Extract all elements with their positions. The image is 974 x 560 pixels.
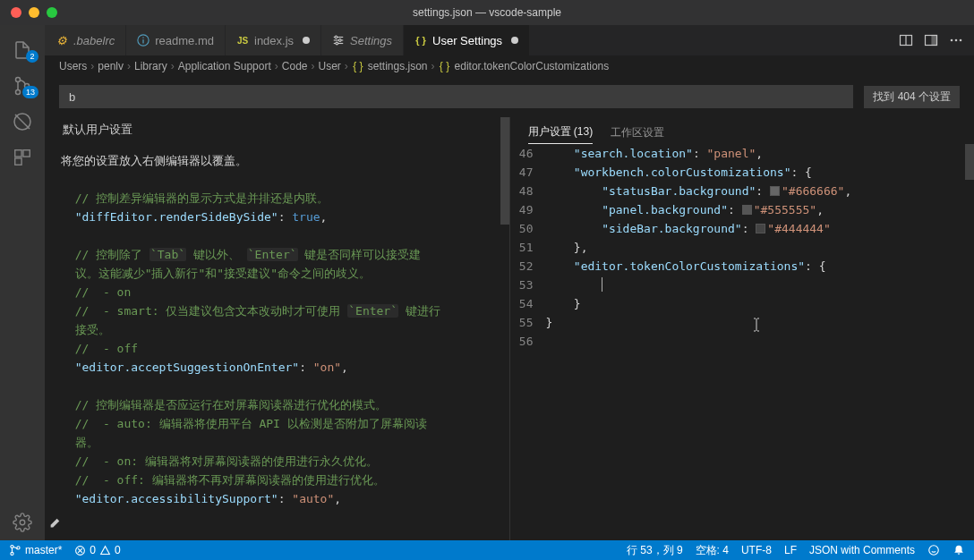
svg-point-21 — [951, 39, 953, 42]
close-window-button[interactable] — [11, 7, 21, 18]
chevron-right-icon: › — [90, 60, 94, 72]
settings-search-row: 找到 404 个设置 — [45, 76, 974, 117]
default-settings-pane: 默认用户设置 将您的设置放入右侧编辑器以覆盖。 // 控制差异编辑器的显示方式是… — [45, 117, 510, 540]
svg-point-28 — [929, 546, 939, 556]
git-branch-status[interactable]: master* — [9, 544, 62, 556]
json-file-icon: { } — [352, 60, 364, 72]
tab-label: .babelrc — [73, 34, 115, 47]
feedback-icon[interactable] — [927, 544, 940, 556]
dirty-indicator-icon — [511, 37, 518, 44]
cursor-position-status[interactable]: 行 53，列 9 — [627, 543, 683, 558]
pane-tabs: 用户设置 (13) 工作区设置 — [510, 117, 975, 144]
default-settings-editor[interactable]: 将您的设置放入右侧编辑器以覆盖。 // 控制差异编辑器的显示方式是并排还是内联。… — [45, 144, 509, 540]
pane-title: 默认用户设置 — [63, 122, 132, 138]
svg-rect-4 — [15, 150, 21, 157]
user-settings-tab[interactable]: 用户设置 (13) — [528, 124, 594, 144]
json-file-icon: { } — [414, 34, 427, 47]
svg-point-16 — [336, 42, 338, 45]
split-editor-icon[interactable] — [899, 33, 913, 47]
chevron-right-icon: › — [311, 60, 314, 72]
activity-bar: 2 13 — [0, 25, 45, 540]
chevron-right-icon: › — [127, 60, 131, 72]
files-badge: 2 — [26, 50, 38, 63]
scrollbar[interactable] — [500, 117, 509, 225]
chevron-right-icon: › — [171, 60, 175, 72]
text-cursor — [602, 277, 602, 292]
eol-status[interactable]: LF — [784, 544, 797, 556]
problems-status[interactable]: 0 0 — [74, 544, 120, 556]
svg-rect-10 — [143, 38, 144, 38]
traffic-lights — [0, 7, 57, 18]
extensions-icon[interactable] — [1, 140, 44, 175]
info-icon — [137, 34, 150, 47]
breadcrumb-item[interactable]: editor.tokenColorCustomizations — [455, 60, 610, 72]
svg-rect-20 — [932, 36, 937, 46]
breadcrumb-item[interactable]: Users — [59, 60, 87, 72]
chevron-right-icon: › — [431, 60, 435, 72]
tab-indexjs[interactable]: JS index.js — [226, 25, 321, 55]
tab-label: index.js — [254, 34, 294, 47]
tab-babelrc[interactable]: ⚙ .babelrc — [45, 25, 126, 55]
encoding-status[interactable]: UTF-8 — [741, 544, 772, 556]
color-swatch[interactable] — [770, 186, 780, 196]
user-settings-editor[interactable]: 4647484950515253545556 "search.location"… — [510, 144, 975, 540]
svg-rect-9 — [143, 39, 144, 43]
svg-point-14 — [335, 36, 337, 38]
svg-point-24 — [11, 545, 13, 547]
ibeam-cursor-icon — [752, 280, 766, 351]
indentation-status[interactable]: 空格: 4 — [696, 543, 729, 558]
language-mode-status[interactable]: JSON with Comments — [809, 544, 915, 556]
tab-readme[interactable]: readme.md — [126, 25, 226, 55]
toggle-layout-icon[interactable] — [924, 33, 938, 47]
tab-label: User Settings — [432, 34, 502, 47]
source-control-icon[interactable]: 13 — [1, 68, 44, 104]
files-icon[interactable]: 2 — [1, 32, 44, 68]
tab-user-settings[interactable]: { } User Settings — [404, 25, 530, 55]
svg-rect-6 — [15, 158, 21, 165]
minimize-window-button[interactable] — [29, 7, 39, 18]
color-swatch[interactable] — [742, 205, 752, 215]
workspace-settings-tab[interactable]: 工作区设置 — [611, 125, 664, 144]
notifications-icon[interactable] — [953, 544, 965, 556]
svg-point-23 — [960, 39, 962, 42]
pane-header: 默认用户设置 — [45, 117, 509, 144]
pencil-icon[interactable] — [48, 517, 61, 530]
scrollbar[interactable] — [965, 144, 974, 180]
breadcrumb-item[interactable]: Library — [134, 60, 167, 72]
breadcrumb-item[interactable]: settings.json — [368, 60, 428, 72]
line-numbers: 4647484950515253545556 — [510, 144, 546, 540]
breadcrumb-item[interactable]: User — [318, 60, 340, 72]
tab-label: readme.md — [155, 34, 214, 47]
svg-point-25 — [11, 552, 13, 555]
tab-label: Settings — [350, 34, 392, 47]
error-count: 0 — [90, 544, 96, 556]
debug-icon[interactable] — [1, 104, 44, 140]
svg-point-7 — [20, 520, 25, 525]
maximize-window-button[interactable] — [47, 7, 57, 18]
settings-gear-icon[interactable] — [1, 505, 44, 540]
branch-name: master* — [25, 544, 62, 556]
settings-search-input[interactable] — [59, 85, 853, 108]
search-result-count: 找到 404 个设置 — [864, 86, 960, 108]
breadcrumb-item[interactable]: Application Support — [178, 60, 271, 72]
settings-list-icon — [332, 34, 345, 47]
svg-point-22 — [955, 39, 958, 42]
svg-point-0 — [16, 78, 21, 82]
js-file-icon: JS — [236, 34, 249, 47]
more-actions-icon[interactable] — [949, 33, 963, 47]
titlebar: settings.json — vscode-sample — [0, 0, 974, 25]
scm-badge: 13 — [22, 86, 38, 98]
dirty-indicator-icon — [303, 37, 310, 44]
settings-file-icon: ⚙ — [56, 34, 68, 47]
svg-rect-5 — [23, 150, 30, 157]
color-swatch[interactable] — [756, 224, 765, 233]
chevron-right-icon: › — [345, 60, 348, 72]
json-symbol-icon: { } — [439, 60, 451, 72]
tab-settings[interactable]: Settings — [321, 25, 404, 55]
chevron-right-icon: › — [275, 60, 278, 72]
breadcrumb-item[interactable]: Code — [282, 60, 308, 72]
breadcrumbs[interactable]: Users› penlv› Library› Application Suppo… — [45, 56, 974, 76]
status-bar: master* 0 0 行 53，列 9 空格: 4 UTF-8 LF JSON… — [0, 540, 974, 560]
editor-tabs: ⚙ .babelrc readme.md JS index.js Setting… — [45, 25, 974, 56]
breadcrumb-item[interactable]: penlv — [98, 60, 124, 72]
